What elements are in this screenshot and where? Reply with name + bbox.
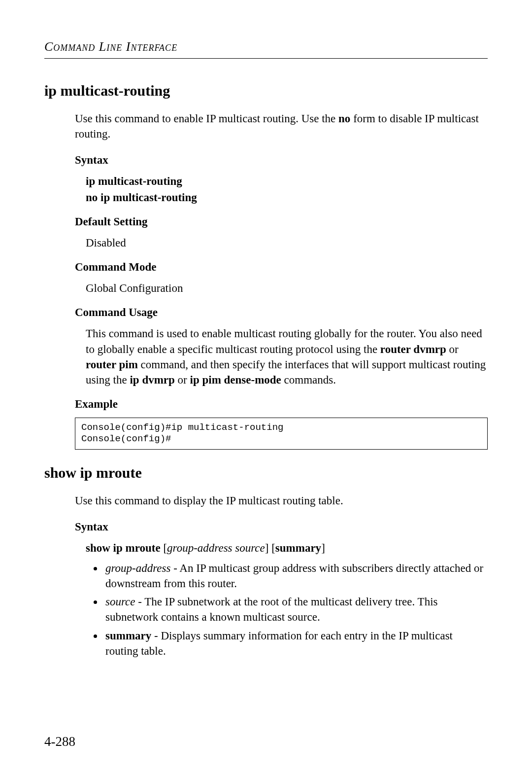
section-1-content: Use this command to enable IP multicast …	[75, 111, 488, 450]
bullet-1: group-address - An IP multicast group ad…	[103, 561, 488, 591]
usage-part-5: commands.	[281, 374, 336, 386]
bullet-1-term: group-address	[105, 562, 170, 574]
bullet-3-text: - Displays summary information for each …	[105, 630, 453, 657]
page-number: 4-288	[44, 734, 75, 749]
section-2-content: Use this command to display the IP multi…	[75, 493, 488, 658]
syntax-block-1: ip multicast-routing no ip multicast-rou…	[86, 174, 488, 205]
bullet-3-term: summary	[105, 630, 151, 642]
mode-value: Global Configuration	[86, 281, 488, 296]
syntax-args-line: show ip mroute [group-address source] [s…	[86, 540, 488, 556]
syntax-line-2: no ip multicast-routing	[86, 190, 488, 205]
syntax-heading-2: Syntax	[75, 519, 488, 534]
bullet-2-text: - The IP subnetwork at the root of the m…	[105, 596, 438, 623]
usage-heading: Command Usage	[75, 305, 488, 320]
default-value: Disabled	[86, 235, 488, 250]
intro-bold: no	[338, 112, 350, 125]
syntax-cmd: show ip mroute	[86, 542, 161, 554]
page-header: Command Line Interface	[44, 39, 488, 54]
mode-heading: Command Mode	[75, 259, 488, 275]
usage-bold-3: ip dvmrp	[130, 374, 174, 386]
usage-text: This command is used to enable multicast…	[86, 326, 488, 387]
argument-list: group-address - An IP multicast group ad…	[103, 561, 488, 658]
usage-part-4: or	[175, 374, 190, 386]
usage-part-2: or	[446, 343, 459, 355]
intro-pre: Use this command to enable IP multicast …	[75, 112, 338, 125]
section-title-2: show ip mroute	[44, 464, 488, 481]
example-heading: Example	[75, 396, 488, 412]
intro-text-2: Use this command to display the IP multi…	[75, 493, 488, 508]
header-rule	[44, 58, 488, 59]
bullet-2: source - The IP subnetwork at the root o…	[103, 594, 488, 625]
bullet-3: summary - Displays summary information f…	[103, 628, 488, 659]
bracket-close-2: ]	[321, 542, 325, 554]
syntax-arg-2: summary	[275, 542, 321, 554]
bracket-close-1: ] [	[265, 542, 275, 554]
intro-text-1: Use this command to enable IP multicast …	[75, 111, 488, 141]
syntax-heading-1: Syntax	[75, 152, 488, 168]
bullet-2-term: source	[105, 596, 135, 608]
usage-bold-2: router pim	[86, 358, 138, 371]
section-title-1: ip multicast-routing	[44, 82, 488, 99]
syntax-line-1: ip multicast-routing	[86, 174, 488, 189]
bracket-open-1: [	[163, 542, 167, 554]
code-example: Console(config)#ip multicast-routing Con…	[75, 418, 488, 450]
syntax-arg-1: group-address source	[167, 542, 265, 554]
default-heading: Default Setting	[75, 214, 488, 229]
usage-bold-1: router dvmrp	[380, 343, 446, 355]
usage-bold-4: ip pim dense-mode	[190, 374, 281, 386]
